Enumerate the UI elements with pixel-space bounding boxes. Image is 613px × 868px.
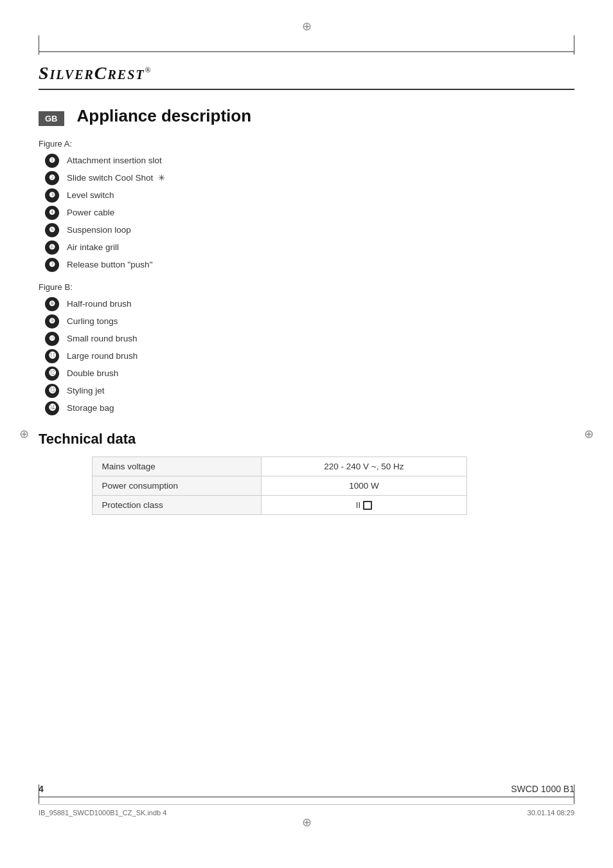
protection-symbol: II	[356, 500, 372, 510]
page-number: 4	[39, 784, 44, 794]
table-row: Power consumption 1000 W	[93, 476, 467, 496]
item-number-4: ❹	[45, 206, 59, 220]
list-item: ⓫ Large round brush	[45, 349, 574, 363]
item-text-3: Level switch	[67, 190, 114, 202]
item-text-5: Suspension loop	[67, 224, 131, 237]
technical-heading: Technical data	[39, 431, 574, 448]
list-item: ❿ Small round brush	[45, 332, 574, 346]
roman-two: II	[356, 500, 360, 510]
table-cell-value-2: 1000 W	[261, 476, 467, 496]
list-item: ❼ Release button "push"	[45, 258, 574, 272]
item-text-9: Curling tongs	[67, 316, 118, 328]
brand-header: SilverCrest®	[39, 58, 574, 90]
item-number-2: ❷	[45, 171, 59, 185]
gb-badge: GB	[39, 111, 64, 126]
date-info: 30.01.14 08:29	[528, 809, 574, 817]
figure-b-list: ❽ Half-round brush ❾ Curling tongs ❿ Sma…	[39, 297, 574, 415]
list-item: ❺ Suspension loop	[45, 223, 574, 237]
reg-mark-top: ⊕	[302, 19, 312, 33]
item-text-13: Styling jet	[67, 385, 105, 397]
brand-name: SilverCrest®	[39, 63, 152, 83]
reg-mark-right: ⊕	[584, 427, 594, 441]
heading-area: Appliance description	[77, 106, 575, 132]
cool-shot-icon: ✳	[158, 172, 165, 184]
figure-a-list: ❶ Attachment insertion slot ❷ Slide swit…	[39, 154, 574, 272]
list-item: ⓭ Styling jet	[45, 384, 574, 398]
table-cell-label-2: Power consumption	[93, 476, 261, 496]
list-item: ❷ Slide switch Cool Shot ✳	[45, 171, 574, 185]
list-item: ❶ Attachment insertion slot	[45, 154, 574, 168]
item-text-11: Large round brush	[67, 350, 138, 363]
item-number-9: ❾	[45, 314, 59, 329]
model-number: SWCD 1000 B1	[511, 784, 574, 794]
item-number-12: ⓬	[45, 366, 59, 381]
item-text-2: Slide switch Cool Shot ✳	[67, 172, 165, 185]
list-item: ⓬ Double brush	[45, 366, 574, 381]
bottom-footer: IB_95881_SWCD1000B1_CZ_SK.indb 4 30.01.1…	[39, 804, 574, 817]
file-info: IB_95881_SWCD1000B1_CZ_SK.indb 4	[39, 809, 166, 817]
item-text-4: Power cable	[67, 207, 114, 219]
item-text-6: Air intake grill	[67, 242, 119, 254]
list-item: ❹ Power cable	[45, 206, 574, 220]
technical-section: Technical data Mains voltage 220 - 240 V…	[39, 431, 574, 515]
footer-area: 4 SWCD 1000 B1	[39, 784, 574, 794]
item-text-12: Double brush	[67, 368, 118, 380]
list-item: ⓮ Storage bag	[45, 401, 574, 415]
item-number-5: ❺	[45, 223, 59, 237]
page-wrapper: ⊕ ⊕ ⊕ ⊕ SilverCrest® GB Appliance descri…	[0, 0, 613, 868]
brand-registered: ®	[145, 66, 152, 75]
item-number-7: ❼	[45, 258, 59, 272]
main-content: GB Appliance description Figure A: ❶ Att…	[39, 106, 574, 515]
item-number-10: ❿	[45, 332, 59, 346]
figure-a-label: Figure A:	[39, 139, 574, 149]
reg-mark-left: ⊕	[19, 427, 29, 441]
table-cell-value-1: 220 - 240 V ~, 50 Hz	[261, 457, 467, 476]
item-text-8: Half-round brush	[67, 298, 132, 311]
item-text-7: Release button "push"	[67, 259, 152, 271]
list-item: ❻ Air intake grill	[45, 240, 574, 255]
item-number-13: ⓭	[45, 384, 59, 398]
table-row: Protection class II	[93, 496, 467, 515]
protection-square-icon	[363, 501, 372, 510]
item-number-3: ❸	[45, 188, 59, 203]
item-number-1: ❶	[45, 154, 59, 168]
technical-table: Mains voltage 220 - 240 V ~, 50 Hz Power…	[92, 457, 467, 515]
item-number-14: ⓮	[45, 401, 59, 415]
item-text-1: Attachment insertion slot	[67, 155, 162, 167]
item-text-10: Small round brush	[67, 333, 138, 345]
table-cell-label-3: Protection class	[93, 496, 261, 515]
item-number-8: ❽	[45, 297, 59, 311]
list-item: ❾ Curling tongs	[45, 314, 574, 329]
appliance-heading: Appliance description	[77, 106, 252, 126]
table-cell-value-3: II	[261, 496, 467, 515]
list-item: ❸ Level switch	[45, 188, 574, 203]
table-row: Mains voltage 220 - 240 V ~, 50 Hz	[93, 457, 467, 476]
header-row: GB Appliance description	[39, 106, 574, 132]
top-rule	[39, 51, 574, 52]
table-cell-label-1: Mains voltage	[93, 457, 261, 476]
brand-name-text: SilverCrest	[39, 63, 145, 83]
item-text-14: Storage bag	[67, 402, 114, 415]
list-item: ❽ Half-round brush	[45, 297, 574, 311]
item-number-6: ❻	[45, 240, 59, 255]
item-number-11: ⓫	[45, 349, 59, 363]
bottom-rule	[39, 797, 574, 797]
reg-mark-bottom: ⊕	[302, 815, 312, 829]
figure-b-label: Figure B:	[39, 282, 574, 292]
